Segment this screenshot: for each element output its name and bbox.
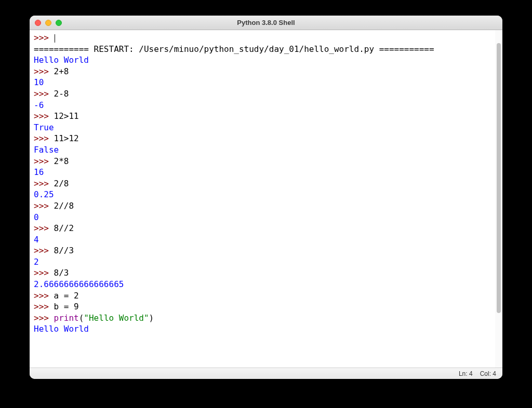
close-icon[interactable] [35,20,41,26]
prompt: >>> [34,313,54,323]
input-line: 2/8 [54,179,69,188]
builtin-name: print [54,313,79,323]
prompt: >>> [34,291,54,301]
input-line: 12>11 [54,111,79,121]
input-line: 2-8 [54,89,69,99]
prompt: >>> [34,246,54,255]
scroll-thumb[interactable] [497,43,501,313]
output-line: Hello World [34,324,89,334]
prompt: >>> [34,201,54,211]
col-indicator: Col: 4 [480,370,496,377]
input-line: 11>12 [54,133,79,143]
output-line: 0.25 [34,189,54,199]
statusbar: Ln: 4 Col: 4 [30,368,502,379]
prompt: >>> [34,268,54,278]
input-line: 8/3 [54,268,69,278]
input-line: 2//8 [54,201,74,211]
paren: ) [149,313,154,323]
content-wrapper: >>> =========== RESTART: /Users/minuo/py… [30,30,502,368]
shell-window: Python 3.8.0 Shell >>> =========== RESTA… [30,16,502,379]
prompt: >>> [34,223,54,233]
prompt: >>> [34,33,54,43]
cursor-icon [55,34,55,43]
restart-line: =========== RESTART: /Users/minuo/python… [34,44,434,54]
window-title: Python 3.8.0 Shell [237,19,295,26]
prompt: >>> [34,66,54,76]
input-line: 8//3 [54,246,74,255]
line-indicator: Ln: 4 [459,370,473,377]
traffic-lights [35,20,62,26]
input-line: 8//2 [54,223,74,233]
prompt: >>> [34,133,54,143]
scrollbar[interactable] [495,30,502,368]
output-line: 0 [34,212,39,222]
output-line: -6 [34,100,44,110]
input-line: a = 2 [54,291,79,301]
output-line: 16 [34,167,44,177]
paren: ( [79,313,84,323]
maximize-icon[interactable] [56,20,62,26]
input-line: b = 9 [54,302,79,311]
prompt: >>> [34,89,54,99]
output-line: True [34,123,54,132]
prompt: >>> [34,179,54,188]
output-line: False [34,145,59,155]
output-line: 4 [34,235,39,244]
output-line: 10 [34,77,44,87]
prompt: >>> [34,156,54,166]
minimize-icon[interactable] [45,20,51,26]
output-line: 2.6666666666666665 [34,279,124,289]
prompt: >>> [34,302,54,311]
titlebar[interactable]: Python 3.8.0 Shell [30,16,502,30]
prompt: >>> [34,111,54,121]
output-line: Hello World [34,55,89,65]
output-line: 2 [34,257,39,267]
string-literal: "Hello World" [84,313,149,323]
input-line: 2+8 [54,66,69,76]
input-line: 2*8 [54,156,69,166]
shell-content[interactable]: >>> =========== RESTART: /Users/minuo/py… [30,30,495,368]
